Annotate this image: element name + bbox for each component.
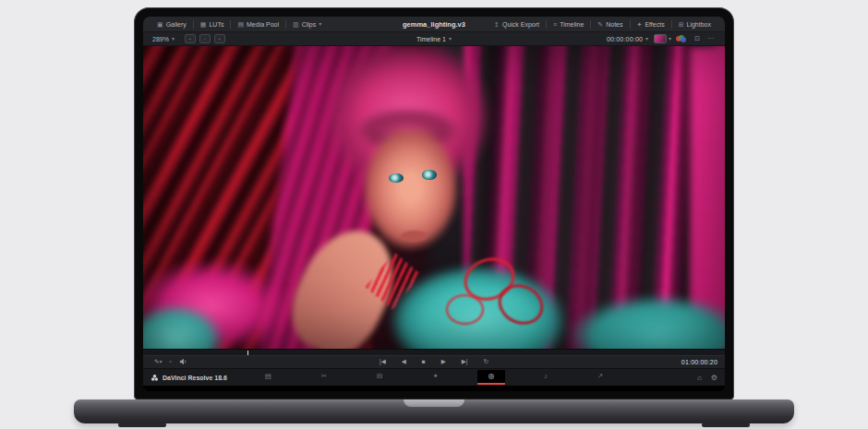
page-deliver[interactable]: ↗ — [586, 370, 614, 385]
media-pool-icon: ▤ — [237, 21, 244, 28]
clips-icon: ▥ — [293, 21, 299, 28]
effects-button[interactable]: ✦ Effects — [631, 21, 671, 28]
highlight-toggle[interactable]: ▪ — [214, 34, 225, 43]
page-fusion[interactable]: ✦ — [421, 370, 449, 385]
page-color[interactable]: ◎ — [477, 370, 506, 385]
luts-button[interactable]: ▦ LUTs — [194, 17, 231, 31]
chevron-down-icon: ▾ — [449, 36, 452, 42]
lightbox-button[interactable]: ⊞ Lightbox — [672, 21, 717, 28]
lightbox-label: Lightbox — [687, 21, 711, 28]
notes-label: Notes — [606, 21, 622, 28]
onscreen-controls-button[interactable]: ✎▾ — [154, 359, 162, 365]
top-toolbar: ▣ Gallery ▦ LUTs ▤ Media Pool — [143, 17, 725, 32]
page-fairlight[interactable]: ♪ — [533, 370, 559, 385]
notes-icon: ✎ — [597, 21, 603, 28]
expand-icon[interactable]: ⊡ — [694, 35, 700, 42]
viewer-image — [143, 46, 725, 349]
lightbox-icon: ⊞ — [679, 21, 684, 28]
color-wheels-icon[interactable] — [676, 35, 686, 43]
gallery-icon: ▣ — [157, 21, 163, 28]
record-timecode: 01:00:00:20 — [681, 359, 717, 365]
stop-button[interactable]: ■ — [422, 359, 426, 365]
play-reverse-button[interactable]: ◀ — [402, 359, 406, 365]
image-wipe-toggle[interactable]: ▪ — [185, 34, 196, 43]
top-toolbar-right: ↥ Quick Export ≡ Timeline ✎ Notes — [488, 20, 717, 29]
laptop-base — [74, 399, 794, 423]
photo-vignette — [143, 46, 725, 349]
first-frame-button[interactable]: |◀ — [380, 359, 386, 365]
zoom-level-dropdown[interactable]: 289% ▾ — [151, 32, 181, 45]
gallery-label: Gallery — [166, 21, 187, 28]
gallery-still-thumbnail[interactable] — [654, 34, 667, 43]
laptop-screen: ▣ Gallery ▦ LUTs ▤ Media Pool — [143, 17, 725, 391]
mute-audio-button[interactable] — [179, 358, 187, 367]
notes-button[interactable]: ✎ Notes — [591, 21, 629, 28]
source-timecode: 00:00:00:00 — [607, 36, 643, 42]
chevron-down-icon: ▾ — [159, 359, 162, 364]
gallery-button[interactable]: ▣ Gallery — [151, 17, 193, 31]
luts-label: LUTs — [209, 21, 223, 28]
status-bar: DaVinci Resolve 18.6 ▤ ✂ ⊟ ✦ ◎ ♪ ↗ ⌂ ⚙ — [143, 368, 725, 386]
clips-label: Clips — [302, 21, 317, 28]
laptop-foot-left — [118, 423, 166, 427]
chevron-down-icon: ▾ — [319, 21, 321, 27]
chevron-down-icon: ▾ — [645, 36, 648, 42]
timeline-button[interactable]: ≡ Timeline — [547, 21, 590, 28]
chevron-down-icon: ▾ — [172, 36, 175, 42]
page-navigation: ▤ ✂ ⊟ ✦ ◎ ♪ ↗ — [143, 370, 725, 385]
effects-icon: ✦ — [637, 21, 643, 28]
viewer-toolbar: 289% ▾ ▪ ▫ ▪ Timeline 1 ▾ 00:00:00:00 ▾ — [143, 32, 725, 46]
loop-button[interactable]: ↻ — [483, 359, 488, 365]
media-pool-button[interactable]: ▤ Media Pool — [231, 17, 285, 31]
quick-export-icon: ↥ — [494, 21, 500, 28]
split-screen-toggle[interactable]: ▫ — [199, 34, 211, 43]
quick-export-button[interactable]: ↥ Quick Export — [488, 21, 546, 28]
luts-icon: ▦ — [200, 21, 207, 28]
page-cut[interactable]: ✂ — [310, 370, 338, 385]
transport-controls: |◀ ◀ ■ ▶ ▶| ↻ — [143, 359, 725, 365]
clips-button[interactable]: ▥ Clips ▾ — [286, 17, 328, 31]
desktop-background: ▣ Gallery ▦ LUTs ▤ Media Pool — [0, 0, 868, 429]
laptop-foot-right — [702, 423, 750, 427]
transport-bar: ✎▾ ▫ |◀ ◀ ■ ▶ ▶| ↻ 01:00:00:20 — [143, 355, 725, 368]
timeline-icon: ≡ — [553, 21, 557, 28]
laptop-lid: ▣ Gallery ▦ LUTs ▤ Media Pool — [134, 7, 734, 399]
quick-export-label: Quick Export — [502, 21, 539, 28]
davinci-resolve-window: ▣ Gallery ▦ LUTs ▤ Media Pool — [143, 17, 725, 386]
viewer-scrubber[interactable] — [143, 349, 725, 355]
timeline-label: Timeline — [560, 21, 584, 28]
play-button[interactable]: ▶ — [441, 359, 446, 365]
timeline-selector[interactable]: Timeline 1 — [416, 36, 446, 42]
last-frame-button[interactable]: ▶| — [462, 359, 468, 365]
page-media[interactable]: ▤ — [254, 370, 283, 385]
viewer-toolbar-right: 00:00:00:00 ▾ ▾ ⊡ ⋯ — [607, 34, 717, 43]
zoom-level-value: 289% — [152, 36, 169, 42]
more-options-button[interactable]: ⋯ — [707, 35, 714, 42]
page-edit[interactable]: ⊟ — [366, 370, 393, 385]
chevron-down-icon: ▾ — [669, 36, 671, 42]
unmix-toggle[interactable]: ▫ — [169, 359, 171, 365]
laptop-lid-notch — [404, 399, 464, 407]
media-pool-label: Media Pool — [247, 21, 279, 28]
effects-label: Effects — [645, 21, 664, 28]
speaker-icon — [179, 358, 187, 365]
